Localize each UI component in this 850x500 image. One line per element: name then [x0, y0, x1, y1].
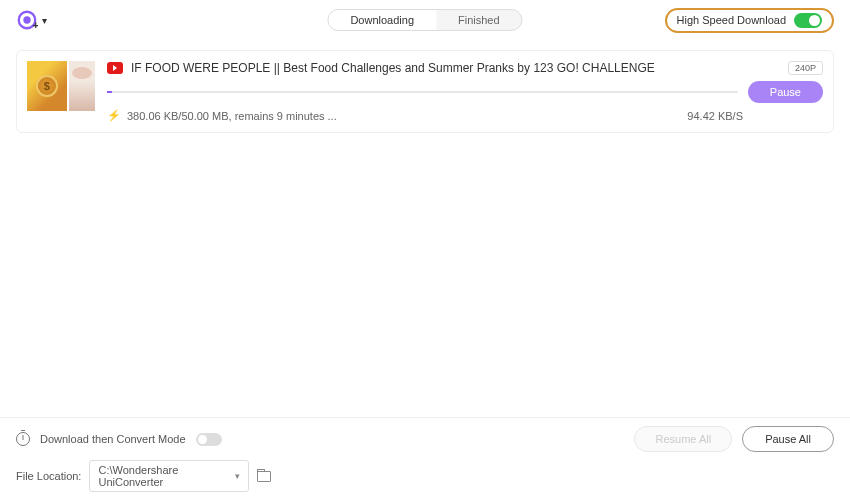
- logo-dropdown[interactable]: + ▾: [16, 9, 47, 31]
- convert-mode-label: Download then Convert Mode: [40, 433, 186, 445]
- chevron-down-icon: ▾: [42, 15, 47, 26]
- app-logo-icon: +: [16, 9, 38, 31]
- progress-bar: [107, 91, 738, 93]
- convert-mode-toggle[interactable]: [196, 433, 222, 446]
- high-speed-label: High Speed Download: [677, 14, 786, 26]
- folder-icon[interactable]: [257, 471, 271, 482]
- pause-all-button[interactable]: Pause All: [742, 426, 834, 452]
- video-thumbnail: [27, 61, 95, 111]
- download-item: IF FOOD WERE PEOPLE || Best Food Challen…: [16, 50, 834, 133]
- tab-downloading[interactable]: Downloading: [328, 10, 436, 30]
- svg-text:+: +: [33, 19, 39, 31]
- footer: Download then Convert Mode Resume All Pa…: [0, 417, 850, 500]
- resume-all-button: Resume All: [634, 426, 732, 452]
- file-location-dropdown[interactable]: C:\Wondershare UniConverter ▾: [89, 460, 249, 492]
- bolt-icon: ⚡: [107, 109, 121, 122]
- pause-button[interactable]: Pause: [748, 81, 823, 103]
- progress-text: 380.06 KB/50.00 MB, remains 9 minutes ..…: [127, 110, 337, 122]
- timer-icon[interactable]: [16, 432, 30, 446]
- file-location-value: C:\Wondershare UniConverter: [98, 464, 235, 488]
- download-speed: 94.42 KB/S: [687, 110, 743, 122]
- file-location-label: File Location:: [16, 470, 81, 482]
- header: + ▾ Downloading Finished High Speed Down…: [0, 0, 850, 40]
- chevron-down-icon: ▾: [235, 471, 240, 481]
- tab-finished[interactable]: Finished: [436, 10, 522, 30]
- download-item-body: IF FOOD WERE PEOPLE || Best Food Challen…: [107, 61, 823, 122]
- high-speed-toggle[interactable]: [794, 13, 822, 28]
- download-list: IF FOOD WERE PEOPLE || Best Food Challen…: [0, 40, 850, 417]
- video-title: IF FOOD WERE PEOPLE || Best Food Challen…: [131, 61, 655, 75]
- youtube-icon: [107, 62, 123, 74]
- high-speed-download-control: High Speed Download: [665, 8, 834, 33]
- svg-point-1: [23, 16, 30, 23]
- quality-badge: 240P: [788, 61, 823, 75]
- tab-bar: Downloading Finished: [327, 9, 522, 31]
